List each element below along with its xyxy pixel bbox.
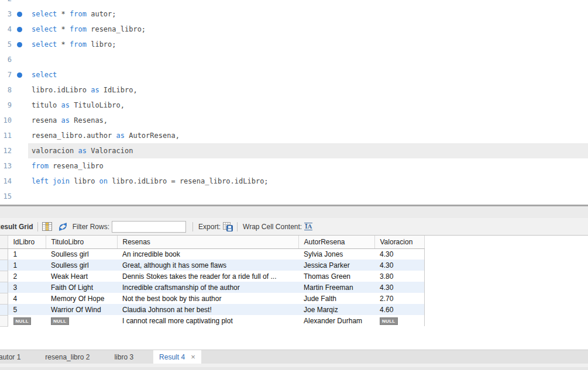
grid-cell-resenas[interactable]: I cannot recall more captivating plot bbox=[117, 315, 298, 326]
row-header-cell[interactable] bbox=[0, 293, 8, 304]
grid-cell-resenas[interactable]: Incredible craftsmanship of the author bbox=[117, 282, 298, 293]
code-line-4[interactable]: 4select * from resena_libro; bbox=[0, 22, 588, 37]
code-line-2[interactable]: 2 bbox=[0, 0, 588, 6]
table-row: 2Weak HeartDennis Stokes takes the reade… bbox=[0, 271, 424, 282]
grid-cell-valoracion[interactable]: 4.30 bbox=[374, 248, 424, 260]
grid-cell-autorresena[interactable]: Sylvia Jones bbox=[298, 248, 374, 260]
export-icon[interactable] bbox=[223, 222, 233, 231]
code-text: left join libro on libro.idLibro = resen… bbox=[32, 174, 269, 189]
table-row: 1Soulless girlGreat, although it has som… bbox=[0, 260, 424, 271]
grid-corner-cell bbox=[0, 236, 8, 248]
code-line-15[interactable]: 15 bbox=[0, 189, 588, 204]
filter-rows-input[interactable] bbox=[112, 221, 186, 233]
grid-cell-resenas[interactable]: Claudia Johnson at her best! bbox=[117, 304, 298, 315]
mysql-workbench-window: 23select * from autor;4select * from res… bbox=[0, 0, 588, 370]
wrap-cell-content-icon[interactable]: ĪA bbox=[304, 223, 312, 230]
grid-cell-titulolibro[interactable]: Weak Heart bbox=[46, 271, 117, 282]
code-text: libro.idLibro as IdLibro, bbox=[32, 82, 137, 98]
splitter-gap bbox=[0, 206, 588, 218]
code-line-7[interactable]: 7select bbox=[0, 67, 588, 82]
code-token: Valoracion bbox=[87, 147, 133, 155]
row-header-cell[interactable] bbox=[0, 282, 8, 293]
code-line-9[interactable]: 9titulo as TituloLibro, bbox=[0, 98, 588, 113]
code-line-5[interactable]: 5select * from libro; bbox=[0, 37, 588, 52]
row-header-cell[interactable] bbox=[0, 248, 8, 260]
grid-cell-titulolibro[interactable]: Soulless girl bbox=[46, 248, 117, 260]
grid-cell-idlibro[interactable]: 4 bbox=[8, 293, 46, 304]
column-header-resenas[interactable]: Resenas bbox=[117, 236, 298, 248]
code-token: as bbox=[116, 132, 125, 140]
result-tab-resena-libro-2[interactable]: resena_libro 2 bbox=[40, 350, 94, 364]
code-token: as bbox=[78, 147, 86, 155]
grid-cell-resenas[interactable]: An incredible book bbox=[117, 248, 298, 260]
code-token: Resenas, bbox=[70, 116, 108, 125]
grid-cell-titulolibro[interactable]: Memory Of Hope bbox=[46, 293, 117, 304]
grid-cell-valoracion[interactable]: 3.80 bbox=[374, 271, 424, 282]
row-header-cell[interactable] bbox=[0, 271, 8, 282]
result-tab-autor-1[interactable]: autor 1 bbox=[0, 350, 25, 364]
code-text: titulo as TituloLibro, bbox=[32, 98, 125, 113]
null-badge: NULL bbox=[13, 317, 32, 325]
code-token: select bbox=[32, 25, 57, 33]
grid-header-row: IdLibroTituloLibroResenasAutorResenaValo… bbox=[0, 236, 424, 248]
grid-cell-valoracion[interactable]: 4.60 bbox=[374, 304, 424, 315]
grid-cell-titulolibro[interactable]: Warrior Of Wind bbox=[46, 304, 117, 315]
code-line-13[interactable]: 13from resena_libro bbox=[0, 158, 588, 174]
grid-cell-valoracion[interactable]: NULL bbox=[374, 315, 424, 326]
grid-cell-idlibro[interactable]: 3 bbox=[8, 282, 46, 293]
grid-cell-autorresena[interactable]: Thomas Green bbox=[298, 271, 374, 282]
refresh-icon[interactable] bbox=[58, 222, 68, 231]
code-token: select bbox=[32, 10, 57, 18]
code-token: select bbox=[32, 40, 57, 49]
output-panel-header[interactable]: Output bbox=[0, 364, 588, 370]
code-text: select * from resena_libro; bbox=[32, 22, 146, 37]
grid-cell-autorresena[interactable]: Jessica Parker bbox=[298, 260, 374, 271]
grid-cell-idlibro[interactable]: 5 bbox=[8, 304, 46, 315]
grid-cell-valoracion[interactable]: 4.30 bbox=[374, 282, 424, 293]
row-header-cell[interactable] bbox=[0, 315, 8, 326]
grid-cell-resenas[interactable]: Not the best book by this author bbox=[117, 293, 298, 304]
code-token: libro; bbox=[87, 40, 116, 49]
grid-cell-valoracion[interactable]: 4.30 bbox=[374, 260, 424, 271]
grid-cell-titulolibro[interactable]: Faith Of Light bbox=[46, 282, 117, 293]
wrap-cell-content-label: Wrap Cell Content: bbox=[243, 223, 302, 231]
code-line-12[interactable]: 12valoracion as Valoracion bbox=[0, 143, 588, 158]
result-tab-libro-3[interactable]: libro 3 bbox=[109, 350, 138, 364]
tab-label: autor 1 bbox=[0, 353, 20, 361]
tab-label: libro 3 bbox=[114, 353, 133, 361]
table-row: 5Warrior Of WindClaudia Johnson at her b… bbox=[0, 304, 424, 315]
grid-cell-titulolibro[interactable]: Soulless girl bbox=[46, 260, 117, 271]
line-number: 3 bbox=[0, 6, 12, 22]
code-line-8[interactable]: 8libro.idLibro as IdLibro, bbox=[0, 82, 588, 98]
grid-cell-idlibro[interactable]: 1 bbox=[8, 260, 46, 271]
grid-cell-idlibro[interactable]: NULL bbox=[8, 315, 46, 326]
code-token: valoracion bbox=[32, 147, 78, 155]
grid-cell-idlibro[interactable]: 1 bbox=[8, 248, 46, 260]
grid-cell-autorresena[interactable]: Joe Marqiz bbox=[298, 304, 374, 315]
grid-cell-valoracion[interactable]: 2.70 bbox=[374, 293, 424, 304]
row-header-cell[interactable] bbox=[0, 260, 8, 271]
grid-cell-idlibro[interactable]: 2 bbox=[8, 271, 46, 282]
grid-cell-autorresena[interactable]: Jude Falth bbox=[298, 293, 374, 304]
code-line-6[interactable]: 6 bbox=[0, 52, 588, 67]
statement-marker-icon bbox=[17, 12, 22, 17]
sql-editor[interactable]: 23select * from autor;4select * from res… bbox=[0, 0, 588, 205]
code-line-3[interactable]: 3select * from autor; bbox=[0, 6, 588, 22]
result-grid-icon[interactable] bbox=[42, 222, 52, 231]
column-header-autorresena[interactable]: AutorResena bbox=[298, 236, 374, 248]
grid-cell-autorresena[interactable]: Martin Freeman bbox=[298, 282, 374, 293]
grid-cell-autorresena[interactable]: Alexander Durham bbox=[298, 315, 374, 326]
code-line-14[interactable]: 14left join libro on libro.idLibro = res… bbox=[0, 174, 588, 189]
grid-cell-titulolibro[interactable]: NULL bbox=[46, 315, 117, 326]
close-icon[interactable]: × bbox=[191, 353, 195, 361]
column-header-titulolibro[interactable]: TituloLibro bbox=[46, 236, 117, 248]
code-line-11[interactable]: 11resena_libro.author as AutorResena, bbox=[0, 128, 588, 143]
row-header-cell[interactable] bbox=[0, 304, 8, 315]
grid-cell-resenas[interactable]: Great, although it has some flaws bbox=[117, 260, 298, 271]
column-header-valoracion[interactable]: Valoracion bbox=[374, 236, 424, 248]
line-number: 9 bbox=[0, 98, 12, 113]
code-line-10[interactable]: 10resena as Resenas, bbox=[0, 113, 588, 128]
result-tab-result-4[interactable]: Result 4× bbox=[153, 350, 201, 364]
column-header-idlibro[interactable]: IdLibro bbox=[8, 236, 46, 248]
grid-cell-resenas[interactable]: Dennis Stokes takes the reader for a rid… bbox=[117, 271, 298, 282]
